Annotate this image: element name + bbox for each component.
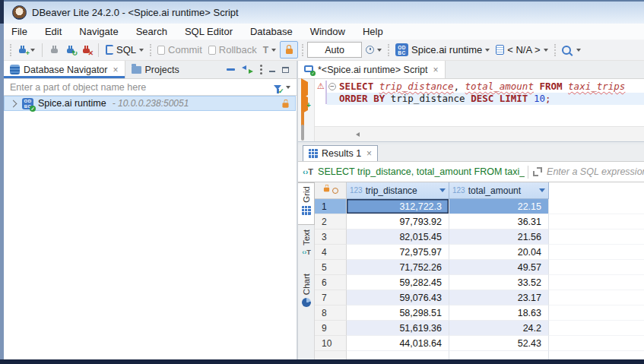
column-name: total_amount	[468, 185, 521, 196]
tab-text-view[interactable]: Text ‹›T	[298, 226, 315, 269]
row-number[interactable]: 6	[315, 275, 347, 290]
plug-refresh-icon: ↻	[65, 45, 75, 55]
cell-trip-distance[interactable]: 51,619.36	[347, 321, 449, 336]
cell-total-amount[interactable]: 49.57	[449, 260, 549, 275]
cell-total-amount[interactable]: 23.17	[449, 290, 549, 305]
commit-button[interactable]: Commit	[155, 43, 205, 57]
expand-panel-icon[interactable]	[533, 167, 542, 176]
cell-trip-distance[interactable]: 59,282.45	[347, 275, 449, 290]
minimize-view-icon[interactable]	[269, 67, 275, 72]
cell-total-amount[interactable]: 21.56	[449, 229, 549, 245]
sql-code-area[interactable]: ⚠ − SELECT trip_distance, total_amount F…	[298, 79, 644, 126]
filter-dropdown-icon[interactable]	[539, 188, 545, 192]
close-icon[interactable]: ×	[113, 66, 118, 74]
grid-corner-cell[interactable]	[315, 182, 347, 199]
row-number[interactable]: 9	[315, 321, 347, 336]
row-number[interactable]: 10	[315, 336, 347, 351]
menu-item-edit[interactable]: Edit	[45, 26, 62, 37]
plug-icon	[49, 45, 59, 55]
execute-new-tab-button[interactable]: +	[301, 97, 308, 111]
menu-item-search[interactable]: Search	[136, 26, 167, 37]
cell-trip-distance[interactable]: 58,298.51	[347, 305, 449, 321]
active-schema-selector[interactable]: < N/A >	[493, 43, 550, 57]
cell-total-amount[interactable]: 18.63	[449, 305, 549, 321]
menu-bar: FileEditNavigateSearchSQL EditorDatabase…	[4, 24, 644, 40]
row-number[interactable]: 1	[315, 199, 347, 214]
object-filter-input[interactable]	[4, 81, 274, 93]
cell-trip-distance[interactable]: 82,015.45	[347, 229, 449, 245]
cell-trip-distance[interactable]: 44,018.64	[347, 336, 449, 351]
menu-item-help[interactable]: Help	[363, 26, 383, 37]
tab-results-1[interactable]: Results 1 ×	[303, 145, 378, 161]
commit-mode-combo[interactable]: Auto	[307, 42, 362, 58]
row-number[interactable]: 4	[315, 245, 347, 260]
tab-label: Results 1	[322, 148, 361, 159]
cell-total-amount[interactable]: 24.2	[449, 321, 549, 336]
cell-total-amount[interactable]: 20.04	[449, 245, 549, 260]
row-filler	[549, 245, 644, 260]
tab-grid-view[interactable]: Grid	[298, 182, 315, 225]
filter-dropdown-icon[interactable]	[439, 188, 446, 192]
new-sql-editor-button[interactable]: SQL	[103, 43, 146, 57]
reconnect-button[interactable]: ↻	[63, 43, 78, 56]
sql-line-2[interactable]: ORDER BY trip_distance DESC LIMIT 10;	[339, 93, 551, 105]
row-number[interactable]: 8	[315, 305, 347, 321]
column-header-trip-distance[interactable]: 123 trip_distance	[347, 182, 449, 199]
menu-item-navigate[interactable]: Navigate	[79, 26, 118, 37]
cell-trip-distance[interactable]: 312,722.3	[347, 199, 449, 214]
tab-database-navigator[interactable]: Database Navigator ×	[4, 61, 125, 78]
tab-projects[interactable]: Projects	[125, 61, 186, 78]
row-filler	[549, 275, 644, 290]
menu-item-window[interactable]: Window	[310, 26, 345, 37]
cell-trip-distance[interactable]: 72,975.97	[347, 245, 449, 260]
link-with-editor-icon[interactable]	[242, 65, 253, 74]
row-number[interactable]: 5	[315, 260, 347, 275]
chevron-down-icon[interactable]	[286, 86, 290, 89]
transaction-log-button[interactable]: T	[261, 43, 278, 57]
toolbar-separator	[98, 43, 99, 57]
transaction-history-button[interactable]	[363, 44, 384, 55]
sql-line-1[interactable]: SELECT trip_distance, total_amount FROM …	[339, 81, 625, 93]
column-header-total-amount[interactable]: 123 total_amount	[449, 182, 549, 199]
filter-funnel-icon[interactable]: ✓	[274, 85, 281, 90]
menu-item-sql-editor[interactable]: SQL Editor	[185, 26, 233, 37]
new-connection-button[interactable]: +	[15, 43, 37, 56]
close-icon[interactable]: ×	[433, 66, 439, 74]
row-number[interactable]: 3	[315, 229, 347, 245]
maximize-view-icon[interactable]	[282, 67, 289, 73]
cell-trip-distance[interactable]: 71,752.26	[347, 260, 449, 275]
rollback-button[interactable]: Rollback	[206, 43, 259, 57]
table-row: 858,298.5118.63	[315, 305, 644, 321]
cell-trip-distance[interactable]: 59,076.43	[347, 290, 449, 305]
editor-horizontal-scrollbar[interactable]	[315, 126, 644, 141]
tab-chart-view[interactable]: Chart	[298, 271, 315, 313]
row-number[interactable]: 7	[315, 290, 347, 305]
disconnect-button[interactable]: ✕	[79, 43, 94, 56]
autocommit-toggle[interactable]	[280, 41, 298, 59]
scroll-left-icon[interactable]	[356, 132, 360, 137]
row-number[interactable]: 2	[315, 214, 347, 229]
view-menu-icon[interactable]	[260, 65, 262, 74]
collapse-all-icon[interactable]	[227, 68, 235, 71]
cell-trip-distance[interactable]: 97,793.92	[347, 214, 449, 229]
active-connection-selector[interactable]: ODBC Spice.ai runtime	[393, 42, 492, 58]
cell-total-amount[interactable]: 22.15	[449, 199, 549, 214]
connect-button[interactable]	[47, 43, 62, 56]
cell-total-amount[interactable]: 33.52	[449, 275, 549, 290]
fold-collapse-icon[interactable]: −	[328, 83, 336, 90]
execute-script-disabled-button[interactable]	[301, 126, 304, 140]
search-button[interactable]	[560, 44, 583, 56]
script-gray-icon	[301, 125, 304, 141]
sql-expression-input[interactable]: Enter a SQL expression to	[547, 166, 644, 177]
expander-chevron-icon[interactable]	[10, 100, 17, 107]
database-navigator-panel: Database Navigator × Projects ✓	[4, 61, 297, 359]
row-filler	[549, 305, 644, 321]
row-filler	[549, 214, 644, 229]
cell-total-amount[interactable]: 36.31	[449, 214, 549, 229]
menu-item-database[interactable]: Database	[250, 26, 293, 37]
close-icon[interactable]: ×	[366, 150, 372, 157]
tab-script-editor[interactable]: ✓ *<Spice.ai runtime> Script ×	[298, 61, 446, 78]
cell-total-amount[interactable]: 52.43	[449, 336, 549, 351]
menu-item-file[interactable]: File	[11, 26, 27, 37]
connection-tree-item[interactable]: ODBC Spice.ai runtime - 10.0.0.238:50051	[4, 96, 296, 111]
